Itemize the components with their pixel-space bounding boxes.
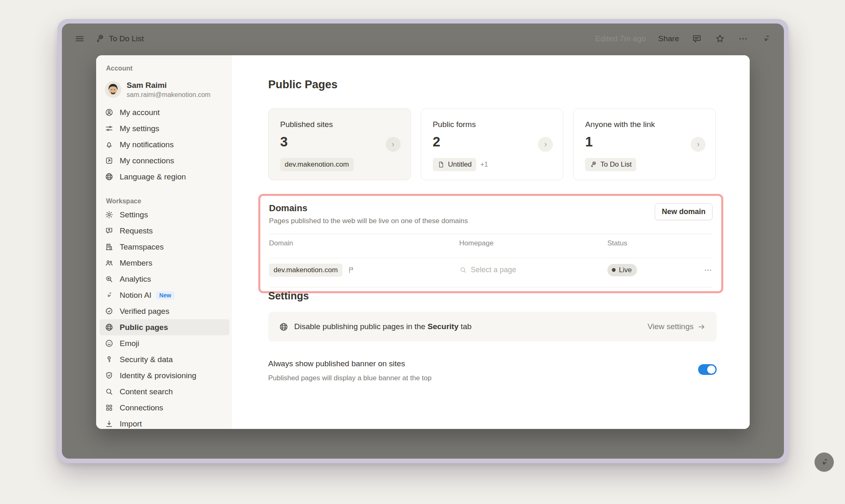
- domains-table-body: dev.makenotion.comSelect a pageLive: [269, 258, 713, 282]
- arrow-up-right-box-icon: [105, 156, 113, 165]
- select-a-page-input[interactable]: Select a page: [459, 266, 607, 274]
- star-icon[interactable]: [715, 33, 725, 44]
- row-menu-button[interactable]: [703, 266, 713, 275]
- domains-header: Domains Pages published to the web will …: [269, 203, 713, 228]
- status-label: Live: [619, 266, 632, 274]
- card-count: 1: [585, 134, 704, 150]
- profile-row[interactable]: Sam Raimisam.raimi@makenotion.com: [105, 78, 232, 101]
- sidebar-item-verified-pages[interactable]: Verified pages: [96, 303, 232, 319]
- share-button[interactable]: Share: [658, 34, 679, 43]
- topbar-actions: [679, 33, 772, 44]
- profile-name: Sam Raimi: [127, 80, 210, 90]
- sidebar-item-label: Verified pages: [120, 307, 169, 316]
- sidebar-item-my-settings[interactable]: My settings: [96, 120, 232, 137]
- stat-card-public-forms[interactable]: Public forms2Untitled+1: [421, 108, 564, 180]
- gear-icon: [105, 210, 113, 219]
- sidebar-item-my-notifications[interactable]: My notifications: [96, 137, 232, 153]
- globe-icon: [105, 172, 113, 181]
- sidebar-item-label: Identity & provisioning: [120, 371, 196, 380]
- select-a-page-placeholder: Select a page: [471, 266, 516, 274]
- sidebar-item-security-data[interactable]: Security & data: [96, 351, 232, 367]
- sidebar-item-requests[interactable]: Requests: [96, 223, 232, 239]
- notion-ai-floating-button[interactable]: [814, 452, 834, 472]
- ai-icon[interactable]: [761, 33, 772, 44]
- card-chips: To Do List: [585, 158, 636, 171]
- sidebar-item-notion-ai[interactable]: Notion AINew: [96, 287, 232, 303]
- column-domain: Domain: [269, 239, 459, 247]
- sidebar-item-label: My connections: [120, 156, 174, 165]
- sidebar-item-teamspaces[interactable]: Teamspaces: [96, 239, 232, 255]
- request-bubble-icon: [105, 226, 113, 235]
- column-status: Status: [607, 239, 696, 247]
- sidebar-item-emoji[interactable]: Emoji: [96, 335, 232, 351]
- sidebar-toggle-icon[interactable]: [74, 33, 85, 44]
- banner-toggle-description: Published pages will display a blue bann…: [268, 374, 717, 382]
- ai-icon: [819, 457, 830, 468]
- banner-toggle-switch[interactable]: [698, 364, 717, 375]
- sidebar-item-label: Requests: [120, 226, 153, 236]
- column-homepage: Homepage: [459, 239, 607, 247]
- card-chip: Untitled: [433, 158, 477, 171]
- avatar: [105, 81, 121, 98]
- new-domain-button[interactable]: New domain: [655, 203, 713, 220]
- sidebar-item-label: Settings: [120, 210, 148, 219]
- card-open-button[interactable]: [691, 137, 706, 152]
- settings-content: Public Pages Published sites3dev.makenot…: [232, 55, 750, 429]
- magnifier-icon: [459, 266, 467, 274]
- card-label: Anyone with the link: [585, 120, 704, 129]
- comment-icon[interactable]: [692, 33, 702, 44]
- card-label: Public forms: [433, 120, 552, 129]
- sidebar-item-label: Notion AI: [120, 291, 151, 300]
- stat-card-anyone-with-the-link[interactable]: Anyone with the link1To Do List: [573, 108, 716, 180]
- status-badge: Live: [607, 264, 637, 276]
- security-notice-text: Disable publishing public pages in the S…: [294, 322, 472, 331]
- sidebar-item-label: Teamspaces: [120, 243, 164, 252]
- stat-card-published-sites[interactable]: Published sites3dev.makenotion.com: [268, 108, 411, 180]
- status-dot: [612, 268, 616, 272]
- card-chip: dev.makenotion.com: [280, 158, 354, 171]
- sidebar-item-import[interactable]: Import: [96, 416, 232, 429]
- card-count: 2: [433, 134, 552, 150]
- sidebar-item-label: My settings: [120, 124, 159, 133]
- sidebar-item-connections[interactable]: Connections: [96, 400, 232, 416]
- building-icon: [105, 243, 113, 251]
- sidebar-item-content-search[interactable]: Content search: [96, 384, 232, 400]
- sidebar-item-members[interactable]: Members: [96, 255, 232, 271]
- magnifier-plus-icon: [105, 275, 113, 283]
- notice-bold: Security: [427, 322, 458, 331]
- view-settings-link[interactable]: View settings: [647, 322, 706, 331]
- page-title: Public Pages: [268, 78, 338, 91]
- sidebar-item-label: My account: [120, 108, 160, 117]
- sidebar-item-label: Import: [120, 419, 142, 429]
- ellipsis-icon[interactable]: [738, 33, 748, 44]
- sidebar-item-my-connections[interactable]: My connections: [96, 153, 232, 169]
- breadcrumb-page-title[interactable]: To Do List: [109, 34, 144, 43]
- domains-title: Domains: [269, 203, 713, 214]
- sidebar-item-my-account[interactable]: My account: [96, 104, 232, 120]
- racket-icon: [95, 34, 105, 44]
- banner-toggle-title: Always show published banner on sites: [268, 359, 717, 368]
- homepage-cell: Select a page: [459, 266, 607, 274]
- sidebar-item-analytics[interactable]: Analytics: [96, 271, 232, 287]
- arrow-right-icon: [697, 323, 706, 331]
- domain-chip[interactable]: dev.makenotion.com: [269, 264, 342, 277]
- sidebar-item-label: Members: [120, 259, 152, 268]
- sidebar-item-settings[interactable]: Settings: [96, 207, 232, 223]
- magnifier-icon: [105, 387, 113, 396]
- sidebar-item-label: Analytics: [120, 275, 151, 284]
- sidebar-item-label: Emoji: [120, 339, 139, 348]
- chevron-right-icon: [543, 141, 549, 148]
- flag-icon[interactable]: [347, 266, 355, 274]
- chip-label: To Do List: [600, 160, 632, 169]
- sidebar-item-label: Language & region: [120, 172, 186, 181]
- key-icon: [105, 355, 113, 364]
- sidebar-item-public-pages[interactable]: Public pages: [99, 319, 229, 335]
- sidebar-item-identity-provisioning[interactable]: Identity & provisioning: [96, 367, 232, 384]
- profile-email: sam.raimi@makenotion.com: [127, 90, 210, 99]
- notice-post: tab: [458, 322, 472, 331]
- status-cell: Live: [607, 264, 696, 276]
- card-open-button[interactable]: [386, 137, 401, 152]
- sidebar-section-label: Account: [106, 65, 232, 74]
- card-open-button[interactable]: [538, 137, 553, 152]
- sidebar-item-language-region[interactable]: Language & region: [96, 169, 232, 185]
